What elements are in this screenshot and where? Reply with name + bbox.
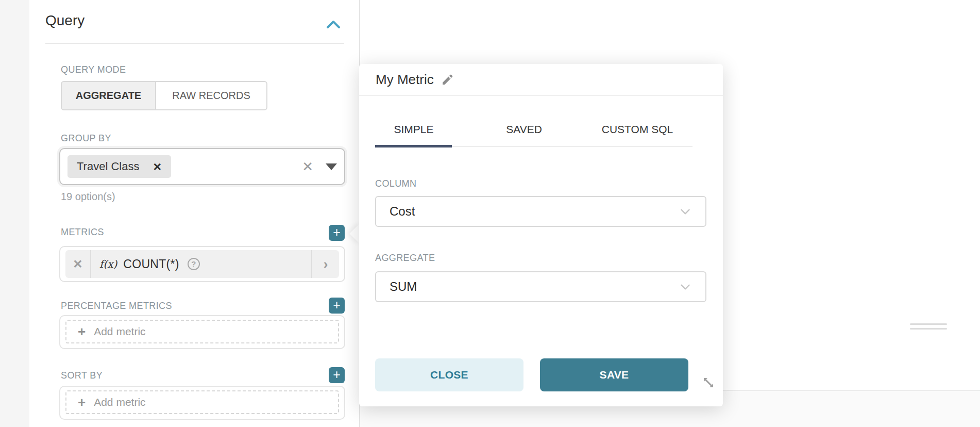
tab-saved[interactable]: SAVED — [506, 123, 542, 136]
collapse-section-button[interactable] — [325, 18, 342, 32]
remove-metric-icon[interactable]: ✕ — [65, 257, 90, 271]
column-select[interactable]: Cost — [375, 196, 706, 227]
active-tab-underline — [375, 145, 452, 147]
chevron-down-icon — [679, 280, 692, 293]
metrics-container: ✕ f(x) COUNT(*) ? › — [59, 246, 345, 282]
metric-name: COUNT(*) — [123, 257, 179, 271]
dropdown-arrow-icon[interactable] — [326, 163, 337, 170]
chevron-up-icon — [325, 18, 342, 32]
metric-item[interactable]: ✕ f(x) COUNT(*) ? › — [65, 250, 339, 278]
column-label: COLUMN — [375, 178, 416, 189]
plus-icon: + — [78, 325, 86, 338]
function-icon: f(x) — [99, 258, 117, 270]
chevron-down-icon — [679, 205, 692, 218]
query-mode-label: QUERY MODE — [61, 64, 126, 75]
clear-select-icon[interactable]: ✕ — [302, 160, 313, 173]
add-metric-placeholder: Add metric — [94, 325, 145, 338]
query-mode-aggregate-button[interactable]: AGGREGATE — [61, 81, 156, 110]
add-metric-button[interactable]: + — [329, 225, 345, 241]
query-mode-raw-records-button[interactable]: RAW RECORDS — [156, 81, 267, 110]
panel-resize-handle[interactable] — [910, 323, 947, 325]
metrics-label: METRICS — [61, 227, 104, 238]
expand-resize-icon[interactable] — [699, 373, 718, 392]
add-sort-by-dropzone[interactable]: + Add metric — [65, 390, 339, 414]
aggregate-select[interactable]: SUM — [375, 271, 706, 302]
edit-pencil-icon[interactable] — [441, 73, 454, 86]
left-gutter — [0, 0, 29, 427]
group-by-options-count: 19 option(s) — [61, 191, 115, 203]
group-by-chip[interactable]: Travel Class ✕ — [67, 155, 171, 178]
tab-custom-sql[interactable]: CUSTOM SQL — [602, 123, 673, 136]
divider — [90, 250, 91, 278]
panel-resize-handle[interactable] — [910, 328, 947, 330]
popover-header: My Metric — [359, 64, 723, 96]
add-percentage-metric-button[interactable]: + — [329, 298, 345, 314]
add-metric-placeholder: Add metric — [94, 396, 145, 408]
chevron-right-icon[interactable]: › — [312, 256, 339, 272]
column-select-value: Cost — [390, 204, 415, 219]
help-icon: ? — [188, 258, 200, 270]
save-button[interactable]: SAVE — [540, 358, 688, 391]
percentage-metrics-container: + Add metric — [59, 315, 345, 349]
sort-by-container: + Add metric — [59, 386, 345, 420]
metric-edit-popover: My Metric SIMPLE SAVED CUSTOM SQL COLUMN… — [359, 64, 723, 406]
aggregate-label: AGGREGATE — [375, 253, 435, 264]
sort-by-label: SORT BY — [61, 370, 103, 381]
add-sort-by-button[interactable]: + — [329, 367, 345, 383]
add-percentage-metric-dropzone[interactable]: + Add metric — [65, 320, 339, 343]
remove-chip-icon[interactable]: ✕ — [153, 161, 162, 172]
percentage-metrics-label: PERCENTAGE METRICS — [61, 301, 172, 311]
plus-icon: + — [78, 396, 86, 409]
query-mode-toggle: AGGREGATE RAW RECORDS — [61, 81, 267, 110]
query-section-title: Query — [45, 12, 85, 29]
aggregate-select-value: SUM — [390, 280, 417, 294]
metric-title: My Metric — [376, 72, 434, 88]
section-title-divider — [45, 43, 344, 44]
group-by-select[interactable]: Travel Class ✕ ✕ — [59, 148, 345, 185]
group-by-label: GROUP BY — [61, 133, 111, 144]
close-button[interactable]: CLOSE — [375, 358, 523, 391]
tab-simple[interactable]: SIMPLE — [394, 123, 433, 136]
group-by-chip-label: Travel Class — [77, 160, 139, 173]
